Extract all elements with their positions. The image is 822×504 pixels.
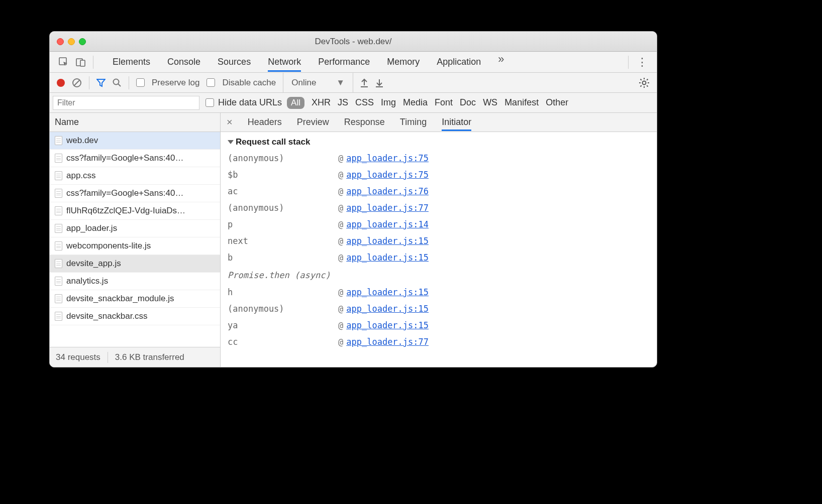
stack-frame: ac@app_loader.js:76 xyxy=(228,183,650,200)
tab-elements[interactable]: Elements xyxy=(113,53,150,72)
window-maximize-button[interactable] xyxy=(79,38,86,45)
stack-source-link[interactable]: app_loader.js:15 xyxy=(346,284,429,301)
stack-source-link[interactable]: app_loader.js:77 xyxy=(346,200,429,216)
type-filter-media[interactable]: Media xyxy=(403,97,428,108)
tab-memory[interactable]: Memory xyxy=(387,53,420,72)
tab-sources[interactable]: Sources xyxy=(218,53,251,72)
stack-at-symbol: @ xyxy=(338,284,343,301)
tab-console[interactable]: Console xyxy=(167,53,200,72)
file-icon xyxy=(55,206,62,215)
window-minimize-button[interactable] xyxy=(68,38,75,45)
type-filters: All XHR JS CSS Img Media Font Doc WS Man… xyxy=(282,97,568,109)
svg-line-14 xyxy=(641,79,642,80)
stack-source-link[interactable]: app_loader.js:75 xyxy=(346,150,429,167)
window-close-button[interactable] xyxy=(57,38,64,45)
type-filter-all[interactable]: All xyxy=(287,97,304,109)
stack-at-symbol: @ xyxy=(338,200,343,216)
type-filter-xhr[interactable]: XHR xyxy=(312,97,331,108)
type-filter-js[interactable]: JS xyxy=(338,97,348,108)
type-filter-css[interactable]: CSS xyxy=(355,97,374,108)
stack-source-link[interactable]: app_loader.js:14 xyxy=(346,216,429,233)
search-icon[interactable] xyxy=(113,78,122,87)
stack-source-link[interactable]: app_loader.js:15 xyxy=(346,233,429,249)
request-row[interactable]: devsite_snackbar.css xyxy=(50,308,220,325)
stack-source-link[interactable]: app_loader.js:76 xyxy=(346,183,429,200)
request-list: Name web.devcss?family=Google+Sans:40…ap… xyxy=(50,113,221,367)
filter-toggle-icon[interactable] xyxy=(96,78,106,87)
stack-source-link[interactable]: app_loader.js:15 xyxy=(346,301,429,317)
throttle-select[interactable]: Online ▼ xyxy=(283,73,353,92)
stack-function: h xyxy=(228,284,338,301)
type-filter-ws[interactable]: WS xyxy=(483,97,497,108)
stack-source-link[interactable]: app_loader.js:15 xyxy=(346,317,429,334)
request-row[interactable]: analytics.js xyxy=(50,273,220,290)
request-row[interactable]: app.css xyxy=(50,167,220,185)
titlebar: DevTools - web.dev/ xyxy=(50,32,657,52)
request-row[interactable]: css?family=Google+Sans:40… xyxy=(50,150,220,167)
svg-line-16 xyxy=(641,85,642,86)
devtools-window: DevTools - web.dev/ Elements Console Sou… xyxy=(49,31,657,367)
request-name: webcomponents-lite.js xyxy=(66,241,151,251)
call-stack-async: h@app_loader.js:15(anonymous)@app_loader… xyxy=(228,284,650,350)
file-icon xyxy=(55,171,62,180)
download-har-icon[interactable] xyxy=(375,78,383,87)
detail-tab-timing[interactable]: Timing xyxy=(400,114,427,131)
request-row[interactable]: css?family=Google+Sans:40… xyxy=(50,185,220,202)
upload-har-icon[interactable] xyxy=(360,78,368,87)
request-name: devsite_snackbar_module.js xyxy=(66,294,174,304)
separator xyxy=(628,56,629,69)
stack-at-symbol: @ xyxy=(338,216,343,233)
stack-frame: next@app_loader.js:15 xyxy=(228,233,650,249)
settings-gear-icon[interactable] xyxy=(639,77,650,88)
request-name: web.dev xyxy=(66,136,98,146)
request-row[interactable]: devsite_snackbar_module.js xyxy=(50,290,220,308)
request-name: devsite_snackbar.css xyxy=(66,311,148,321)
request-list-header[interactable]: Name xyxy=(50,113,220,132)
hide-data-urls-checkbox[interactable] xyxy=(205,98,214,107)
filter-input[interactable] xyxy=(53,96,199,110)
inspect-icon[interactable] xyxy=(59,57,69,67)
stack-frame: cc@app_loader.js:77 xyxy=(228,334,650,350)
request-row[interactable]: devsite_app.js xyxy=(50,255,220,273)
tab-application[interactable]: Application xyxy=(437,53,481,72)
type-filter-other[interactable]: Other xyxy=(546,97,568,108)
device-toggle-icon[interactable] xyxy=(76,57,86,67)
request-row[interactable]: webcomponents-lite.js xyxy=(50,237,220,255)
stack-frame: b@app_loader.js:15 xyxy=(228,249,650,266)
close-detail-icon[interactable]: × xyxy=(227,116,233,128)
preserve-log-checkbox[interactable] xyxy=(136,78,145,87)
request-name: css?family=Google+Sans:40… xyxy=(66,188,183,198)
type-filter-img[interactable]: Img xyxy=(381,97,396,108)
stack-source-link[interactable]: app_loader.js:77 xyxy=(346,334,429,350)
stack-function: (anonymous) xyxy=(228,200,338,216)
detail-tab-response[interactable]: Response xyxy=(344,114,385,131)
disable-cache-checkbox[interactable] xyxy=(207,78,215,87)
record-button[interactable] xyxy=(57,79,65,87)
main-tabstrip: Elements Console Sources Network Perform… xyxy=(50,52,657,73)
disable-cache-label: Disable cache xyxy=(222,78,276,88)
detail-tab-preview[interactable]: Preview xyxy=(297,114,329,131)
detail-tab-headers[interactable]: Headers xyxy=(248,114,282,131)
type-filter-doc[interactable]: Doc xyxy=(460,97,476,108)
stack-section-title[interactable]: Request call stack xyxy=(228,137,650,147)
request-name: app.css xyxy=(66,171,96,181)
tabs-overflow-icon[interactable]: » xyxy=(498,53,504,72)
tab-network[interactable]: Network xyxy=(268,53,301,72)
request-row[interactable]: app_loader.js xyxy=(50,220,220,237)
detail-tab-initiator[interactable]: Initiator xyxy=(442,114,471,131)
stack-function: ac xyxy=(228,183,338,200)
stack-source-link[interactable]: app_loader.js:15 xyxy=(346,249,429,266)
type-filter-font[interactable]: Font xyxy=(435,97,453,108)
clear-icon[interactable] xyxy=(72,78,82,88)
file-icon xyxy=(55,154,62,163)
type-filter-manifest[interactable]: Manifest xyxy=(504,97,539,108)
request-row[interactable]: flUhRq6tzZclQEJ-Vdg-IuiaDs… xyxy=(50,202,220,220)
stack-source-link[interactable]: app_loader.js:75 xyxy=(346,167,429,183)
stack-frame: (anonymous)@app_loader.js:75 xyxy=(228,150,650,167)
file-icon xyxy=(55,312,62,321)
stack-frame: (anonymous)@app_loader.js:77 xyxy=(228,200,650,216)
kebab-menu-icon[interactable]: ⋮ xyxy=(637,56,648,69)
tab-performance[interactable]: Performance xyxy=(318,53,370,72)
stack-at-symbol: @ xyxy=(338,233,343,249)
request-row[interactable]: web.dev xyxy=(50,132,220,150)
